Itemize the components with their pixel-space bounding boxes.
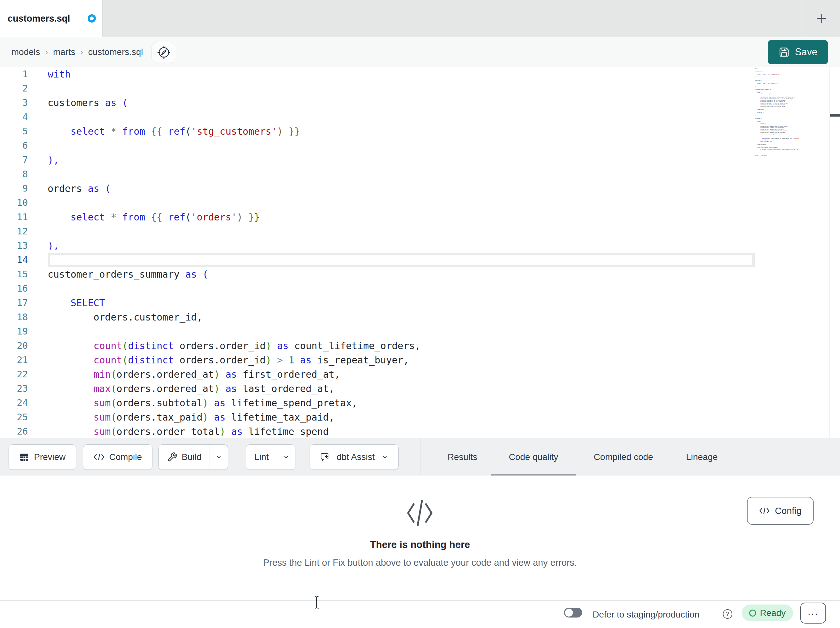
code-line[interactable]: 3customers as ( bbox=[0, 96, 755, 110]
editor-scrollbar[interactable] bbox=[829, 67, 840, 438]
empty-state-icon bbox=[406, 495, 434, 532]
code-line[interactable]: 10 bbox=[0, 196, 755, 210]
dbt-assist-button-label: dbt Assist bbox=[336, 452, 375, 462]
chevron-down-icon bbox=[216, 454, 222, 460]
line-number: 23 bbox=[0, 381, 47, 396]
code-line[interactable]: 21 count(distinct orders.order_id) > 1 a… bbox=[0, 353, 755, 367]
toggle-knob bbox=[565, 609, 573, 617]
code-line[interactable]: 14 bbox=[0, 253, 755, 267]
code-line[interactable]: 12 bbox=[0, 224, 755, 239]
code-line[interactable]: 18 orders.customer_id, bbox=[0, 310, 755, 324]
overflow-menu-button[interactable]: ... bbox=[800, 603, 826, 623]
code-line[interactable]: 8 bbox=[0, 167, 755, 181]
code-line[interactable]: 2 bbox=[0, 81, 755, 96]
line-number: 18 bbox=[0, 310, 47, 324]
tab-lineage[interactable]: Lineage bbox=[686, 438, 718, 476]
line-number: 15 bbox=[0, 267, 47, 282]
code-line[interactable]: 20 count(distinct orders.order_id) as co… bbox=[0, 339, 755, 353]
line-number: 26 bbox=[0, 424, 47, 438]
tab-bar: customers.sql bbox=[0, 0, 840, 37]
empty-state-subtitle: Press the Lint or Fix button above to ev… bbox=[0, 557, 840, 568]
line-number: 22 bbox=[0, 367, 47, 381]
code-line[interactable]: 1with bbox=[0, 67, 755, 81]
tab-title: customers.sql bbox=[8, 0, 70, 37]
code-line[interactable]: 13), bbox=[0, 239, 755, 253]
code-line[interactable]: 24 sum(orders.subtotal) as lifetime_spen… bbox=[0, 396, 755, 410]
save-button-label: Save bbox=[795, 46, 818, 58]
code-editor[interactable]: 1with23customers as (45 select * from {{… bbox=[0, 67, 840, 438]
dbt-assist-button[interactable]: dbt Assist bbox=[309, 445, 399, 470]
unsaved-indicator-icon bbox=[88, 14, 96, 22]
defer-toggle[interactable] bbox=[564, 607, 582, 617]
line-number: 9 bbox=[0, 181, 47, 196]
code-line[interactable]: 6 bbox=[0, 139, 755, 153]
code-icon bbox=[93, 453, 105, 461]
editor-minimap[interactable]: withcustomers as ( select * from {{ ref(… bbox=[755, 67, 829, 163]
line-number: 25 bbox=[0, 410, 47, 424]
code-icon bbox=[759, 507, 770, 515]
line-number: 19 bbox=[0, 324, 47, 339]
code-line[interactable]: 22 min(orders.ordered_at) as first_order… bbox=[0, 367, 755, 381]
code-line[interactable]: 9orders as ( bbox=[0, 181, 755, 196]
code-line[interactable]: 5 select * from {{ ref('stg_customers') … bbox=[0, 124, 755, 139]
chat-sparkle-icon bbox=[320, 452, 332, 462]
plus-icon bbox=[815, 12, 828, 25]
breadcrumb-item-models[interactable]: models bbox=[11, 47, 40, 57]
dbt-ide-window: customers.sql models › marts › customers… bbox=[0, 0, 840, 628]
lint-dropdown-button[interactable] bbox=[277, 445, 295, 470]
config-button[interactable]: Config bbox=[747, 497, 814, 525]
toolbar-divider bbox=[420, 438, 420, 476]
code-line[interactable]: 23 max(orders.ordered_at) as last_ordere… bbox=[0, 381, 755, 396]
lint-split-button: Lint bbox=[246, 445, 295, 470]
line-number: 24 bbox=[0, 396, 47, 410]
line-number: 21 bbox=[0, 353, 47, 367]
tab-code-quality-label: Code quality bbox=[509, 452, 558, 462]
scrollbar-thumb[interactable] bbox=[830, 114, 840, 117]
code-line[interactable]: 11 select * from {{ ref('orders') }} bbox=[0, 210, 755, 224]
status-badge[interactable]: Ready bbox=[742, 604, 793, 621]
preview-button[interactable]: Preview bbox=[9, 445, 76, 470]
line-number: 20 bbox=[0, 339, 47, 353]
compile-button[interactable]: Compile bbox=[83, 445, 152, 470]
breadcrumb-item-file: customers.sql bbox=[88, 47, 143, 57]
tab-compiled-code[interactable]: Compiled code bbox=[594, 438, 653, 476]
question-circle-icon[interactable]: ? bbox=[723, 609, 732, 619]
code-brackets-icon bbox=[406, 495, 434, 531]
save-button[interactable]: Save bbox=[768, 40, 828, 64]
code-line[interactable]: 15customer_orders_summary as ( bbox=[0, 267, 755, 282]
compass-icon bbox=[156, 45, 171, 60]
tab-code-quality[interactable]: Code quality bbox=[509, 438, 558, 476]
line-number: 7 bbox=[0, 153, 47, 167]
tab-customers-sql[interactable]: customers.sql bbox=[0, 0, 103, 37]
build-dropdown-button[interactable] bbox=[210, 445, 228, 470]
open-lineage-button[interactable] bbox=[152, 42, 176, 63]
lint-button[interactable]: Lint bbox=[246, 445, 277, 470]
line-number: 11 bbox=[0, 210, 47, 224]
status-circle-icon bbox=[749, 610, 756, 617]
code-line[interactable]: 26 sum(orders.order_total) as lifetime_s… bbox=[0, 424, 755, 438]
empty-state-title: There is nothing here bbox=[0, 539, 840, 550]
tab-results[interactable]: Results bbox=[447, 438, 477, 476]
breadcrumb-item-marts[interactable]: marts bbox=[53, 47, 75, 57]
code-line[interactable]: 17 SELECT bbox=[0, 296, 755, 310]
config-button-label: Config bbox=[775, 506, 802, 516]
wrench-icon bbox=[167, 452, 177, 462]
code-quality-panel: Config There is nothing here Press the L… bbox=[0, 476, 840, 600]
line-number: 3 bbox=[0, 96, 47, 110]
build-button[interactable]: Build bbox=[159, 445, 210, 470]
code-line[interactable]: 7), bbox=[0, 153, 755, 167]
tab-lineage-label: Lineage bbox=[686, 452, 718, 462]
line-number: 1 bbox=[0, 67, 47, 81]
code-lines: 1with23customers as (45 select * from {{… bbox=[0, 67, 755, 438]
minimap-content: withcustomers as ( select * from {{ ref(… bbox=[755, 67, 829, 156]
code-line[interactable]: 16 bbox=[0, 282, 755, 296]
line-number: 10 bbox=[0, 196, 47, 210]
code-line[interactable]: 25 sum(orders.tax_paid) as lifetime_tax_… bbox=[0, 410, 755, 424]
line-number: 13 bbox=[0, 239, 47, 253]
code-line[interactable]: 19 bbox=[0, 324, 755, 339]
new-tab-button[interactable] bbox=[814, 11, 829, 26]
editor-toolbar: Preview Compile Build bbox=[0, 438, 840, 476]
status-bar: Defer to staging/production ? Ready ... bbox=[0, 600, 840, 628]
code-line[interactable]: 4 bbox=[0, 110, 755, 124]
line-number: 16 bbox=[0, 282, 47, 296]
